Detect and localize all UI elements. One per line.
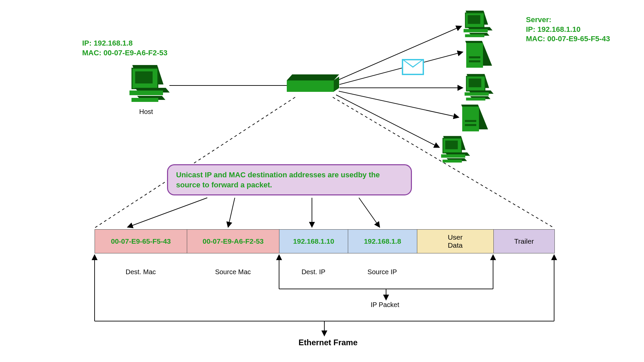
svg-line-2: [339, 52, 463, 84]
dest-mac-cell: 00-07-E9-65-F5-43: [95, 230, 187, 253]
user-data-cell: User Data: [417, 230, 494, 253]
envelope-icon: [402, 59, 424, 75]
src-mac-cell: 00-07-E9-A6-F2-53: [187, 230, 279, 253]
dest-ip-label: Dest. IP: [279, 268, 348, 276]
src-ip-cell: 192.168.1.8: [348, 230, 417, 253]
svg-line-11: [359, 198, 380, 227]
src-ip-label: Source IP: [348, 268, 417, 276]
svg-line-6: [95, 97, 295, 228]
server-label: Server:: [526, 15, 551, 24]
callout-box: Unicast IP and MAC destination addresses…: [167, 164, 412, 195]
src-mac-label: Source Mac: [187, 268, 279, 276]
dest-ip-cell: 192.168.1.10: [279, 230, 348, 253]
ethernet-frame-table: 00-07-E9-65-F5-43 00-07-E9-A6-F2-53 192.…: [95, 229, 555, 253]
server-info: Server: IP: 192.168.1.10 MAC: 00-07-E9-6…: [526, 15, 610, 44]
svg-line-4: [339, 91, 459, 117]
callout-text: Unicast IP and MAC destination addresses…: [176, 171, 380, 189]
host-mac: MAC: 00-07-E9-A6-F2-53: [82, 49, 167, 57]
host-ip: IP: 192.168.1.8: [82, 39, 132, 47]
switch-icon: [287, 74, 339, 93]
svg-line-1: [337, 26, 462, 80]
svg-line-5: [336, 95, 439, 147]
svg-line-9: [228, 198, 235, 227]
ip-packet-label: IP Packet: [371, 301, 399, 309]
server-mac: MAC: 00-07-E9-65-F5-43: [526, 35, 610, 43]
frame-sublabels: Dest. Mac Source Mac Dest. IP Source IP: [95, 268, 417, 276]
dest-mac-label: Dest. Mac: [95, 268, 187, 276]
svg-line-8: [127, 198, 207, 227]
trailer-cell: Trailer: [494, 230, 554, 253]
host-label: Host: [139, 108, 153, 116]
ethernet-frame-label: Ethernet Frame: [299, 338, 358, 347]
server-ip: IP: 192.168.1.10: [526, 25, 581, 34]
svg-line-7: [333, 97, 554, 228]
diagram-stage: IP: 192.168.1.8 MAC: 00-07-E9-A6-F2-53 S…: [0, 0, 644, 362]
host-info: IP: 192.168.1.8 MAC: 00-07-E9-A6-F2-53: [82, 39, 167, 58]
